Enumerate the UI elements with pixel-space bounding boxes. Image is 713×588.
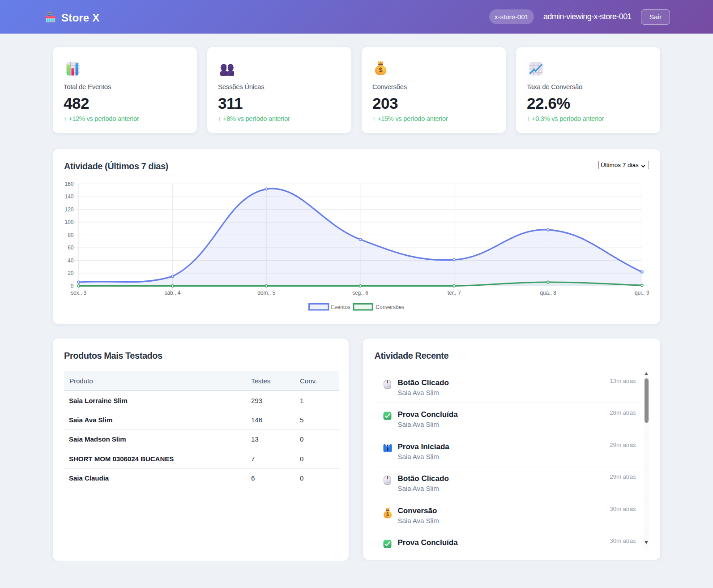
svg-text:100: 100 bbox=[64, 219, 73, 225]
svg-text:ter., 7: ter., 7 bbox=[448, 290, 461, 296]
svg-text:60: 60 bbox=[68, 245, 74, 251]
svg-text:140: 140 bbox=[64, 193, 73, 200]
svg-text:0: 0 bbox=[71, 283, 74, 289]
svg-text:Conversões: Conversões bbox=[376, 304, 404, 310]
svg-text:sex., 3: sex., 3 bbox=[71, 290, 87, 296]
svg-text:Eventos: Eventos bbox=[331, 304, 350, 310]
svg-text:160: 160 bbox=[64, 181, 73, 187]
svg-text:120: 120 bbox=[64, 206, 73, 213]
svg-text:24H: 24H bbox=[48, 13, 52, 15]
svg-text:$: $ bbox=[379, 66, 382, 73]
svg-text:$: $ bbox=[386, 511, 389, 517]
svg-text:dom., 5: dom., 5 bbox=[257, 290, 275, 296]
svg-text:seg., 6: seg., 6 bbox=[352, 290, 368, 296]
svg-text:qua., 8: qua., 8 bbox=[540, 290, 556, 296]
svg-text:20: 20 bbox=[68, 270, 74, 276]
svg-text:80: 80 bbox=[68, 232, 74, 238]
svg-text:40: 40 bbox=[68, 258, 74, 264]
svg-text:sáb., 4: sáb., 4 bbox=[164, 290, 180, 296]
svg-text:qui., 9: qui., 9 bbox=[635, 290, 649, 296]
